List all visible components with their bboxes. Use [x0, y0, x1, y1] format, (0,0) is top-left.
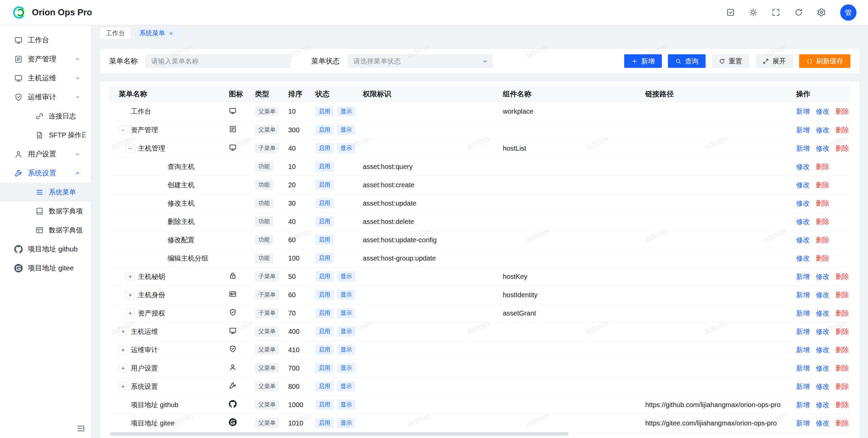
sidebar-item-connect-log[interactable]: 连接日志: [0, 107, 91, 126]
sidebar-item-sftp-log[interactable]: SFTP 操作日志: [0, 126, 91, 145]
action-edit[interactable]: 修改: [816, 401, 829, 408]
action-add[interactable]: 新增: [796, 126, 810, 134]
expand-button[interactable]: 展开: [755, 54, 793, 68]
sidebar-item-github[interactable]: 项目地址 github: [0, 240, 91, 259]
theme-button[interactable]: [749, 8, 758, 17]
action-add[interactable]: 新增: [796, 419, 810, 427]
cell-menu-status: 启用: [310, 249, 357, 267]
expand-row-toggle[interactable]: +: [119, 382, 127, 391]
action-delete[interactable]: 删除: [835, 108, 849, 115]
action-delete[interactable]: 删除: [816, 218, 829, 225]
action-add[interactable]: 新增: [796, 309, 810, 317]
action-delete[interactable]: 删除: [816, 254, 829, 262]
sidebar-item-asset-mgmt[interactable]: 资产管理: [0, 50, 91, 69]
menu-name-input[interactable]: [145, 54, 291, 68]
action-delete[interactable]: 删除: [835, 364, 849, 372]
sidebar-item-host-ops[interactable]: 主机运维: [0, 69, 91, 88]
tab-system-menu[interactable]: 系统菜单: [134, 28, 179, 39]
action-edit[interactable]: 修改: [796, 218, 810, 225]
fullscreen-button[interactable]: [771, 8, 781, 17]
expand-row-toggle[interactable]: +: [126, 309, 135, 318]
close-icon[interactable]: [169, 31, 174, 36]
expand-row-toggle[interactable]: +: [126, 272, 135, 281]
action-edit[interactable]: 修改: [816, 383, 829, 390]
action-delete[interactable]: 删除: [835, 401, 849, 408]
action-edit[interactable]: 修改: [816, 364, 829, 372]
desktop-icon: [229, 107, 237, 115]
expand-row-toggle[interactable]: +: [119, 345, 127, 354]
plus-icon: [631, 58, 638, 64]
menu-name: 创建主机: [167, 180, 195, 190]
action-edit[interactable]: 修改: [816, 126, 829, 134]
cell-menu-status: 启用显示: [310, 267, 357, 286]
sidebar-item-system-menu[interactable]: 系统菜单: [0, 183, 91, 202]
action-delete[interactable]: 删除: [835, 328, 849, 335]
action-add[interactable]: 新增: [796, 145, 810, 152]
action-add[interactable]: 新增: [796, 364, 810, 372]
sidebar-collapse-button[interactable]: [76, 424, 86, 433]
sidebar-item-system-settings[interactable]: 系统设置: [0, 164, 91, 183]
column-header: 类型: [250, 85, 283, 102]
action-edit[interactable]: 修改: [816, 328, 829, 335]
action-delete[interactable]: 删除: [835, 273, 849, 280]
action-delete[interactable]: 删除: [816, 199, 829, 207]
reset-button[interactable]: 重置: [712, 54, 749, 68]
settings-button[interactable]: [817, 8, 826, 17]
sidebar-item-user-settings[interactable]: 用户设置: [0, 145, 91, 164]
menu-status-select[interactable]: 请选择菜单状态: [347, 54, 493, 68]
cell-menu-icon: [223, 267, 250, 286]
action-add[interactable]: 新增: [796, 328, 810, 335]
action-add[interactable]: 新增: [796, 383, 810, 390]
action-add[interactable]: 新增: [796, 273, 810, 280]
action-delete[interactable]: 删除: [835, 309, 849, 317]
panel-button[interactable]: [726, 8, 735, 17]
action-edit[interactable]: 修改: [796, 254, 810, 262]
action-edit[interactable]: 修改: [816, 309, 829, 317]
action-delete[interactable]: 删除: [835, 419, 849, 427]
sidebar-item-dict-value[interactable]: 数据字典值: [0, 221, 91, 240]
user-avatar[interactable]: 管: [840, 4, 856, 21]
action-delete[interactable]: 删除: [816, 236, 829, 244]
action-add[interactable]: 新增: [796, 401, 810, 408]
action-delete[interactable]: 删除: [835, 145, 849, 152]
collapse-row-toggle[interactable]: −: [119, 126, 127, 134]
chevron-up-icon: [74, 94, 81, 100]
refresh-cache-button[interactable]: 刷新缓存: [799, 54, 850, 68]
status-tag: 启用: [315, 381, 334, 391]
action-edit[interactable]: 修改: [796, 199, 810, 207]
horizontal-scrollbar[interactable]: [110, 432, 850, 436]
search-button[interactable]: 查询: [668, 54, 706, 68]
add-button[interactable]: 新增: [624, 54, 662, 68]
sidebar-item-gitee[interactable]: 项目地址 gitee: [0, 259, 91, 278]
action-delete[interactable]: 删除: [835, 346, 849, 354]
action-add[interactable]: 新增: [796, 108, 810, 115]
scrollbar-thumb[interactable]: [110, 432, 569, 436]
action-edit[interactable]: 修改: [816, 108, 829, 115]
sidebar-item-ops-audit[interactable]: 运维审计: [0, 88, 91, 107]
action-add[interactable]: 新增: [796, 291, 810, 299]
collapse-row-toggle[interactable]: −: [126, 144, 135, 153]
refresh-button[interactable]: [794, 8, 803, 17]
action-edit[interactable]: 修改: [816, 346, 829, 354]
tab-workbench[interactable]: 工作台: [100, 28, 131, 39]
action-add[interactable]: 新增: [796, 346, 810, 354]
action-edit[interactable]: 修改: [796, 163, 810, 170]
action-delete[interactable]: 删除: [835, 383, 849, 390]
action-delete[interactable]: 删除: [835, 291, 849, 299]
action-edit[interactable]: 修改: [816, 419, 829, 427]
sidebar-item-workbench[interactable]: 工作台: [0, 31, 91, 50]
cell-component: hostList: [497, 139, 640, 157]
action-delete[interactable]: 删除: [835, 126, 849, 134]
action-delete[interactable]: 删除: [816, 181, 829, 189]
expand-row-toggle[interactable]: +: [126, 290, 135, 299]
action-edit[interactable]: 修改: [816, 291, 829, 299]
action-edit[interactable]: 修改: [816, 273, 829, 280]
action-delete[interactable]: 删除: [816, 163, 829, 170]
expand-row-toggle[interactable]: +: [119, 327, 127, 336]
action-edit[interactable]: 修改: [796, 236, 810, 244]
sidebar-item-dict-key[interactable]: 数据字典项: [0, 202, 91, 221]
action-edit[interactable]: 修改: [816, 145, 829, 152]
cell-menu-status: 启用显示: [310, 322, 357, 341]
action-edit[interactable]: 修改: [796, 181, 810, 189]
expand-row-toggle[interactable]: +: [119, 364, 127, 373]
